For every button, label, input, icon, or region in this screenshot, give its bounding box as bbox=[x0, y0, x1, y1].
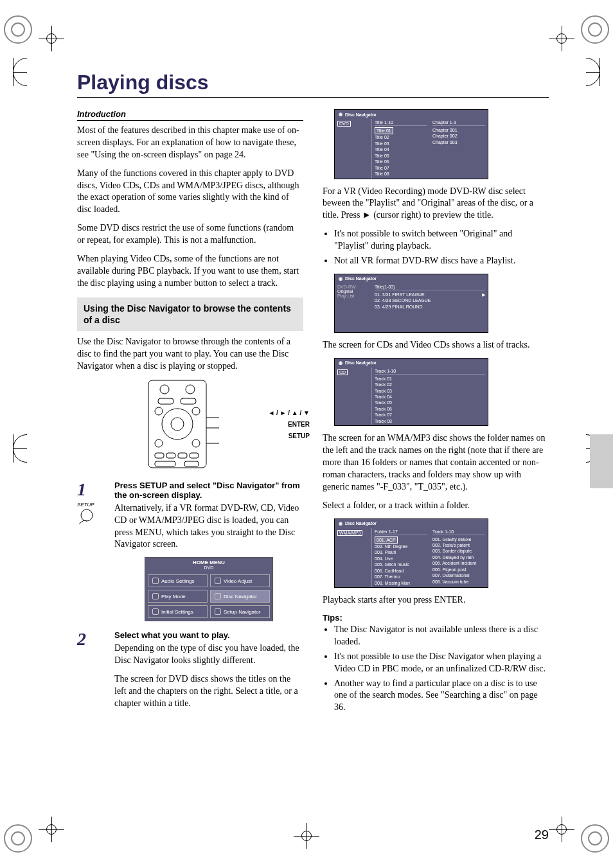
menu-item-disc-navigator[interactable]: Disc Navigator bbox=[210, 590, 270, 603]
title-row[interactable]: Title 06 bbox=[375, 159, 427, 164]
disc-navigator-dvd: ◉Disc Navigator DVD Title 1-10 Title 01 … bbox=[334, 109, 488, 179]
chapter-row[interactable]: Chapter 002 bbox=[432, 133, 485, 139]
vr-original[interactable]: Original bbox=[337, 289, 353, 294]
track-row[interactable]: 001. Gravity deluxe bbox=[432, 536, 485, 542]
remote-label-setup: SETUP bbox=[84, 430, 310, 442]
title-row[interactable]: Title 02 bbox=[375, 134, 427, 140]
nav-title: Disc Navigator bbox=[345, 276, 377, 281]
vr-title-row[interactable]: 02. 4/28 SECOND LEAGUE bbox=[375, 297, 485, 303]
track-row[interactable]: 007. Outernational bbox=[432, 572, 485, 578]
crop-mark bbox=[13, 434, 27, 463]
page-title: Playing discs bbox=[77, 71, 549, 94]
folder-row[interactable]: 004. Live bbox=[375, 556, 427, 562]
track-row[interactable]: Track 05 bbox=[375, 400, 485, 405]
step-number: 1 SETUP bbox=[77, 481, 105, 622]
track-row[interactable]: Track 03 bbox=[375, 388, 485, 394]
track-row[interactable]: Track 02 bbox=[375, 382, 485, 387]
audio-icon bbox=[152, 578, 159, 584]
mp3-text: Select a folder, or a track within a fol… bbox=[323, 500, 549, 512]
track-row[interactable]: 004. Delayed by rain bbox=[432, 554, 485, 560]
mp3-text: The screen for an WMA/MP3 disc shows the… bbox=[323, 432, 549, 493]
settings-icon bbox=[152, 608, 159, 615]
corner-decoration bbox=[4, 15, 32, 44]
tip-item: It's not possible to use the Disc Naviga… bbox=[334, 651, 549, 675]
track-row[interactable]: 003. Border dispute bbox=[432, 548, 485, 554]
step-2-body: The screen for DVD discs shows the title… bbox=[114, 673, 303, 710]
menu-item-initial-settings[interactable]: Initial Settings bbox=[148, 605, 208, 618]
track-row[interactable]: 002. Tesla's patent bbox=[432, 542, 485, 548]
vr-text: For a VR (Video Recording) mode DVD-RW d… bbox=[323, 186, 549, 222]
folder-row[interactable]: 006. CodHead bbox=[375, 568, 427, 574]
nav-title: Disc Navigator bbox=[345, 360, 377, 365]
menu-item-audio-settings[interactable]: Audio Settings bbox=[148, 574, 208, 587]
nav-title: Disc Navigator bbox=[345, 112, 377, 117]
title-row[interactable]: Title 01 bbox=[375, 127, 393, 134]
vr-title-row[interactable]: 03. 4/29 FINAL ROUND bbox=[375, 304, 485, 310]
menu-item-setup-navigator[interactable]: Setup Navigator bbox=[210, 605, 270, 618]
title-row[interactable]: Title 05 bbox=[375, 153, 427, 159]
svg-point-20 bbox=[81, 509, 93, 521]
tracks-header: Track 1-10 bbox=[432, 529, 485, 535]
title-row[interactable]: Title 07 bbox=[375, 165, 427, 171]
track-row[interactable]: 006. Pigeon post bbox=[432, 567, 485, 572]
disc-icon: ◉ bbox=[339, 276, 342, 281]
menu-label: Initial Settings bbox=[161, 609, 193, 615]
disc-type: DVD bbox=[337, 121, 351, 127]
disc-navigator-cd: ◉Disc Navigator CD Track 1-10 Track 01 T… bbox=[334, 358, 488, 427]
corner-decoration bbox=[581, 15, 609, 44]
folder-row[interactable]: 005. Glitch music bbox=[375, 562, 427, 567]
track-row[interactable]: 005. Accident incident bbox=[432, 560, 485, 566]
vr-playlist[interactable]: Play List bbox=[337, 294, 369, 298]
vr-title-row[interactable]: 01. 3/31 FIRST LEAGUE▶ bbox=[375, 292, 485, 297]
intro-text: Some DVD discs restrict the use of some … bbox=[77, 222, 303, 247]
step-1: 1 SETUP Press SETUP and select "Disc Nav… bbox=[77, 481, 303, 622]
setup-button-icon: SETUP bbox=[77, 502, 105, 528]
menu-label: Audio Settings bbox=[161, 578, 195, 584]
crop-mark bbox=[13, 58, 27, 86]
step-1-heading: Press SETUP and select "Disc Navigator" … bbox=[114, 481, 303, 500]
track-row[interactable]: Track 07 bbox=[375, 412, 485, 418]
menu-label: Setup Navigator bbox=[224, 609, 260, 615]
intro-heading: Introduction bbox=[77, 109, 303, 121]
intro-text: Most of the features described in this c… bbox=[77, 125, 303, 161]
chapter-row[interactable]: Chapter 001 bbox=[432, 127, 485, 133]
folder-row[interactable]: 001. ACP bbox=[375, 536, 398, 544]
folder-row[interactable]: 007. Thermo bbox=[375, 574, 427, 580]
folder-row[interactable]: 002. Nth Degree bbox=[375, 544, 427, 549]
track-row[interactable]: Track 06 bbox=[375, 406, 485, 412]
track-row[interactable]: Track 04 bbox=[375, 394, 485, 400]
home-menu-panel: HOME MENU DVD Audio Settings Video Adjus… bbox=[145, 557, 273, 621]
title-row[interactable]: Title 03 bbox=[375, 141, 427, 146]
vr-bullet: It's not possible to switch between "Ori… bbox=[334, 228, 549, 252]
corner-decoration bbox=[4, 824, 32, 853]
section-text: Use the Disc Navigator to browse through… bbox=[77, 336, 303, 373]
menu-label: Disc Navigator bbox=[224, 594, 257, 599]
track-row[interactable]: Track 01 bbox=[375, 376, 485, 382]
registration-mark bbox=[39, 26, 64, 51]
tips-heading: Tips: bbox=[323, 613, 549, 623]
step-number-value: 1 bbox=[77, 479, 86, 499]
registration-mark bbox=[549, 817, 574, 842]
menu-label: Play Mode bbox=[161, 594, 186, 599]
folder-row[interactable]: 003. Pleuti bbox=[375, 549, 427, 555]
page-number: 29 bbox=[535, 828, 549, 842]
title-row[interactable]: Title 08 bbox=[375, 171, 427, 177]
side-tab bbox=[590, 434, 613, 488]
step-2-body: Depending on the type of disc you have l… bbox=[114, 642, 303, 667]
disc-navigator-vr: ◉Disc Navigator DVD-RW Original Play Lis… bbox=[334, 274, 488, 333]
chapter-row[interactable]: Chapter 003 bbox=[432, 139, 485, 145]
arrow-right-icon: ▶ bbox=[482, 292, 485, 297]
track-row[interactable]: 008. Vacuum tube bbox=[432, 579, 485, 585]
title-row[interactable]: Title 04 bbox=[375, 146, 427, 152]
playback-text: Playback starts after you press ENTER. bbox=[323, 594, 549, 607]
step-number: 2 bbox=[77, 630, 105, 716]
disc-type: CD bbox=[337, 369, 348, 375]
folder-row[interactable]: 008. Missing Man bbox=[375, 580, 427, 586]
registration-mark bbox=[549, 26, 574, 51]
disc-icon: ◉ bbox=[339, 521, 342, 526]
menu-item-video-adjust[interactable]: Video Adjust bbox=[210, 574, 270, 587]
disc-icon: ◉ bbox=[339, 360, 342, 366]
menu-item-play-mode[interactable]: Play Mode bbox=[148, 590, 208, 603]
title-rule bbox=[77, 97, 549, 98]
track-row[interactable]: Track 08 bbox=[375, 418, 485, 424]
